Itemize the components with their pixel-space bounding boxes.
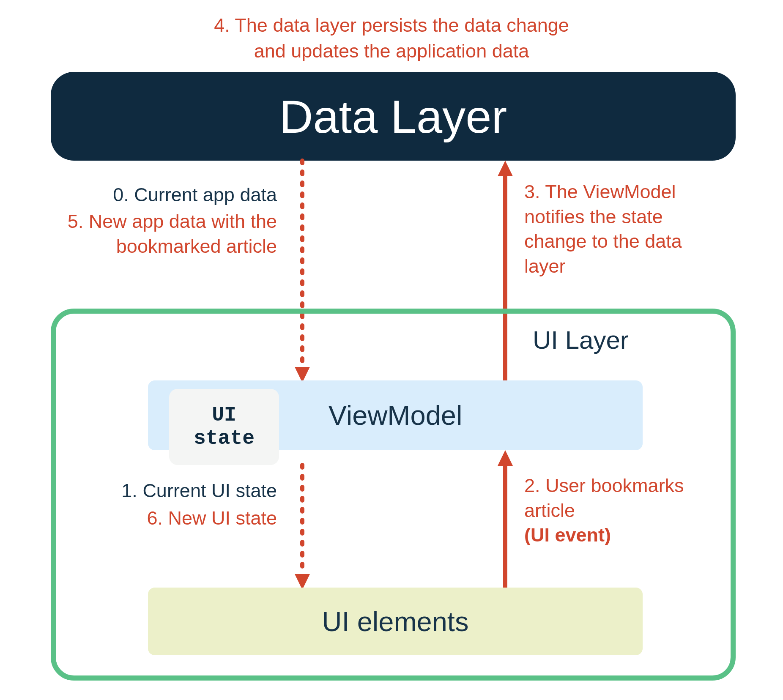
label-2-user-bookmarks: 2. User bookmarks article (UI event) [524,473,706,548]
label-6-new-ui-state: 6. New UI state [70,507,277,529]
ui-layer-label: UI Layer [533,325,629,355]
label-3-viewmodel-notifies: 3. The ViewModel notifies the state chan… [524,180,723,279]
data-layer-label: Data Layer [279,90,507,143]
ui-elements-box: UI elements [148,588,643,655]
viewmodel-label: ViewModel [329,399,463,431]
label-1-current-ui-state: 1. Current UI state [70,480,277,502]
top-caption: 4. The data layer persists the data chan… [0,13,783,64]
arrow-uielements-to-viewmodel [497,450,514,590]
arrow-viewmodel-to-uielements [294,465,311,590]
ui-state-box: UI state [169,389,279,465]
label-5-new-app-data: 5. New app data with the bookmarked arti… [15,209,277,259]
label-2-bold: (UI event) [524,524,611,546]
data-layer-box: Data Layer [51,72,736,161]
svg-marker-7 [498,450,513,466]
label-0-current-app-data: 0. Current app data [57,184,277,206]
svg-marker-3 [498,161,513,176]
label-2-text: 2. User bookmarks article [524,475,684,521]
ui-elements-label: UI elements [322,606,469,637]
